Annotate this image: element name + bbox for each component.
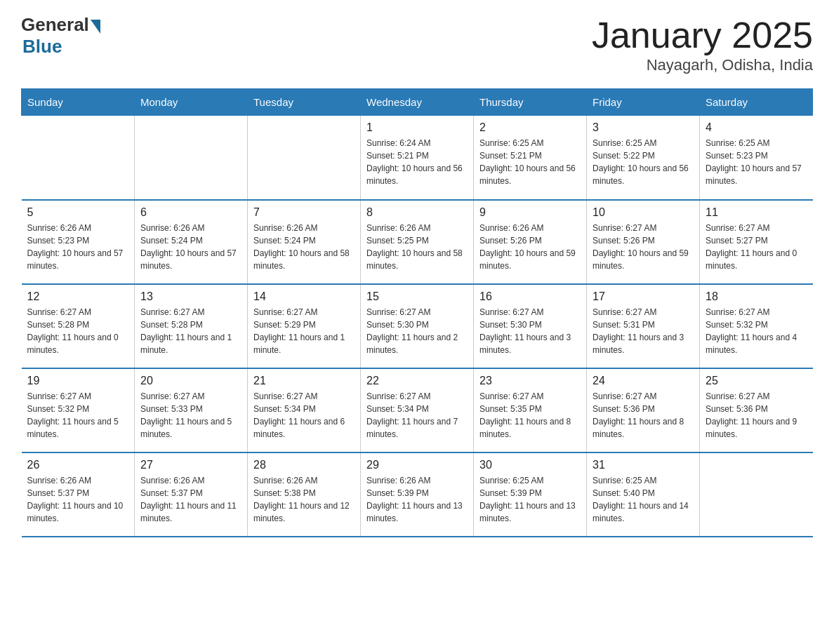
day-info: Sunrise: 6:26 AM Sunset: 5:37 PM Dayligh…	[27, 474, 129, 525]
calendar-cell: 20Sunrise: 6:27 AM Sunset: 5:33 PM Dayli…	[135, 368, 248, 452]
day-header-sunday: Sunday	[22, 89, 135, 116]
calendar-cell: 19Sunrise: 6:27 AM Sunset: 5:32 PM Dayli…	[22, 368, 135, 452]
day-number: 5	[27, 206, 129, 219]
day-info: Sunrise: 6:27 AM Sunset: 5:34 PM Dayligh…	[253, 390, 355, 441]
calendar-cell: 17Sunrise: 6:27 AM Sunset: 5:31 PM Dayli…	[587, 284, 700, 368]
day-number: 13	[140, 290, 241, 303]
calendar-cell: 31Sunrise: 6:25 AM Sunset: 5:40 PM Dayli…	[587, 452, 700, 537]
day-number: 12	[27, 290, 129, 303]
calendar-header-row: SundayMondayTuesdayWednesdayThursdayFrid…	[22, 89, 813, 116]
day-info: Sunrise: 6:27 AM Sunset: 5:28 PM Dayligh…	[27, 306, 129, 356]
day-info: Sunrise: 6:25 AM Sunset: 5:21 PM Dayligh…	[479, 137, 581, 187]
page-header: General Blue January 2025 Nayagarh, Odis…	[21, 14, 813, 74]
day-info: Sunrise: 6:26 AM Sunset: 5:39 PM Dayligh…	[366, 474, 468, 525]
calendar-cell: 22Sunrise: 6:27 AM Sunset: 5:34 PM Dayli…	[361, 368, 474, 452]
calendar-week-row: 5Sunrise: 6:26 AM Sunset: 5:23 PM Daylig…	[22, 200, 813, 284]
day-number: 9	[479, 206, 581, 219]
calendar-table: SundayMondayTuesdayWednesdayThursdayFrid…	[21, 88, 813, 537]
day-number: 25	[706, 375, 807, 387]
day-number: 2	[479, 121, 581, 134]
calendar-week-row: 26Sunrise: 6:26 AM Sunset: 5:37 PM Dayli…	[22, 452, 813, 537]
day-info: Sunrise: 6:26 AM Sunset: 5:37 PM Dayligh…	[140, 474, 241, 525]
day-number: 7	[253, 206, 355, 219]
logo-blue-text: Blue	[22, 36, 100, 58]
calendar-cell	[135, 116, 248, 200]
day-info: Sunrise: 6:25 AM Sunset: 5:40 PM Dayligh…	[593, 474, 694, 525]
day-number: 20	[140, 375, 241, 387]
day-number: 27	[140, 459, 241, 471]
day-info: Sunrise: 6:27 AM Sunset: 5:34 PM Dayligh…	[366, 390, 468, 441]
day-header-friday: Friday	[587, 89, 700, 116]
day-info: Sunrise: 6:27 AM Sunset: 5:30 PM Dayligh…	[366, 306, 468, 356]
day-number: 1	[366, 121, 468, 134]
calendar-week-row: 12Sunrise: 6:27 AM Sunset: 5:28 PM Dayli…	[22, 284, 813, 368]
day-number: 18	[706, 290, 807, 303]
calendar-cell: 6Sunrise: 6:26 AM Sunset: 5:24 PM Daylig…	[135, 200, 248, 284]
day-info: Sunrise: 6:27 AM Sunset: 5:27 PM Dayligh…	[706, 222, 807, 272]
day-number: 8	[366, 206, 468, 219]
calendar-cell: 16Sunrise: 6:27 AM Sunset: 5:30 PM Dayli…	[474, 284, 587, 368]
day-header-tuesday: Tuesday	[248, 89, 361, 116]
logo-arrow-icon	[91, 20, 100, 34]
calendar-cell: 23Sunrise: 6:27 AM Sunset: 5:35 PM Dayli…	[474, 368, 587, 452]
day-number: 14	[253, 290, 355, 303]
day-number: 16	[479, 290, 581, 303]
calendar-cell: 8Sunrise: 6:26 AM Sunset: 5:25 PM Daylig…	[361, 200, 474, 284]
calendar-week-row: 19Sunrise: 6:27 AM Sunset: 5:32 PM Dayli…	[22, 368, 813, 452]
day-header-saturday: Saturday	[700, 89, 813, 116]
day-number: 3	[593, 121, 694, 134]
day-number: 11	[706, 206, 807, 219]
calendar-cell: 1Sunrise: 6:24 AM Sunset: 5:21 PM Daylig…	[361, 116, 474, 200]
calendar-cell: 26Sunrise: 6:26 AM Sunset: 5:37 PM Dayli…	[22, 452, 135, 537]
calendar-cell: 28Sunrise: 6:26 AM Sunset: 5:38 PM Dayli…	[248, 452, 361, 537]
day-number: 17	[593, 290, 694, 303]
calendar-cell: 30Sunrise: 6:25 AM Sunset: 5:39 PM Dayli…	[474, 452, 587, 537]
day-number: 22	[366, 375, 468, 387]
day-info: Sunrise: 6:27 AM Sunset: 5:33 PM Dayligh…	[140, 390, 241, 441]
day-info: Sunrise: 6:27 AM Sunset: 5:32 PM Dayligh…	[706, 306, 807, 356]
calendar-subtitle: Nayagarh, Odisha, India	[592, 56, 813, 74]
calendar-title: January 2025	[592, 14, 813, 56]
day-number: 31	[593, 459, 694, 471]
day-info: Sunrise: 6:25 AM Sunset: 5:22 PM Dayligh…	[593, 137, 694, 187]
calendar-cell: 29Sunrise: 6:26 AM Sunset: 5:39 PM Dayli…	[361, 452, 474, 537]
day-header-thursday: Thursday	[474, 89, 587, 116]
day-number: 6	[140, 206, 241, 219]
day-info: Sunrise: 6:26 AM Sunset: 5:26 PM Dayligh…	[479, 222, 581, 272]
calendar-cell: 14Sunrise: 6:27 AM Sunset: 5:29 PM Dayli…	[248, 284, 361, 368]
calendar-cell: 13Sunrise: 6:27 AM Sunset: 5:28 PM Dayli…	[135, 284, 248, 368]
day-info: Sunrise: 6:26 AM Sunset: 5:23 PM Dayligh…	[27, 222, 129, 272]
calendar-cell: 12Sunrise: 6:27 AM Sunset: 5:28 PM Dayli…	[22, 284, 135, 368]
day-info: Sunrise: 6:25 AM Sunset: 5:23 PM Dayligh…	[706, 137, 807, 187]
calendar-cell: 21Sunrise: 6:27 AM Sunset: 5:34 PM Dayli…	[248, 368, 361, 452]
calendar-cell: 9Sunrise: 6:26 AM Sunset: 5:26 PM Daylig…	[474, 200, 587, 284]
day-info: Sunrise: 6:27 AM Sunset: 5:31 PM Dayligh…	[593, 306, 694, 356]
day-info: Sunrise: 6:27 AM Sunset: 5:29 PM Dayligh…	[253, 306, 355, 356]
calendar-week-row: 1Sunrise: 6:24 AM Sunset: 5:21 PM Daylig…	[22, 116, 813, 200]
day-number: 10	[593, 206, 694, 219]
day-info: Sunrise: 6:27 AM Sunset: 5:36 PM Dayligh…	[593, 390, 694, 441]
calendar-cell: 18Sunrise: 6:27 AM Sunset: 5:32 PM Dayli…	[700, 284, 813, 368]
title-section: January 2025 Nayagarh, Odisha, India	[592, 14, 813, 74]
calendar-cell	[22, 116, 135, 200]
day-number: 15	[366, 290, 468, 303]
calendar-cell	[700, 452, 813, 537]
day-number: 24	[593, 375, 694, 387]
day-header-wednesday: Wednesday	[361, 89, 474, 116]
day-number: 19	[27, 375, 129, 387]
calendar-cell: 3Sunrise: 6:25 AM Sunset: 5:22 PM Daylig…	[587, 116, 700, 200]
calendar-cell: 7Sunrise: 6:26 AM Sunset: 5:24 PM Daylig…	[248, 200, 361, 284]
day-number: 26	[27, 459, 129, 471]
day-info: Sunrise: 6:27 AM Sunset: 5:36 PM Dayligh…	[706, 390, 807, 441]
calendar-cell: 24Sunrise: 6:27 AM Sunset: 5:36 PM Dayli…	[587, 368, 700, 452]
calendar-cell: 25Sunrise: 6:27 AM Sunset: 5:36 PM Dayli…	[700, 368, 813, 452]
day-info: Sunrise: 6:27 AM Sunset: 5:30 PM Dayligh…	[479, 306, 581, 356]
day-number: 28	[253, 459, 355, 471]
day-info: Sunrise: 6:24 AM Sunset: 5:21 PM Dayligh…	[366, 137, 468, 187]
day-info: Sunrise: 6:27 AM Sunset: 5:28 PM Dayligh…	[140, 306, 241, 356]
day-info: Sunrise: 6:27 AM Sunset: 5:32 PM Dayligh…	[27, 390, 129, 441]
calendar-cell: 11Sunrise: 6:27 AM Sunset: 5:27 PM Dayli…	[700, 200, 813, 284]
calendar-cell: 2Sunrise: 6:25 AM Sunset: 5:21 PM Daylig…	[474, 116, 587, 200]
calendar-cell: 10Sunrise: 6:27 AM Sunset: 5:26 PM Dayli…	[587, 200, 700, 284]
day-header-monday: Monday	[135, 89, 248, 116]
